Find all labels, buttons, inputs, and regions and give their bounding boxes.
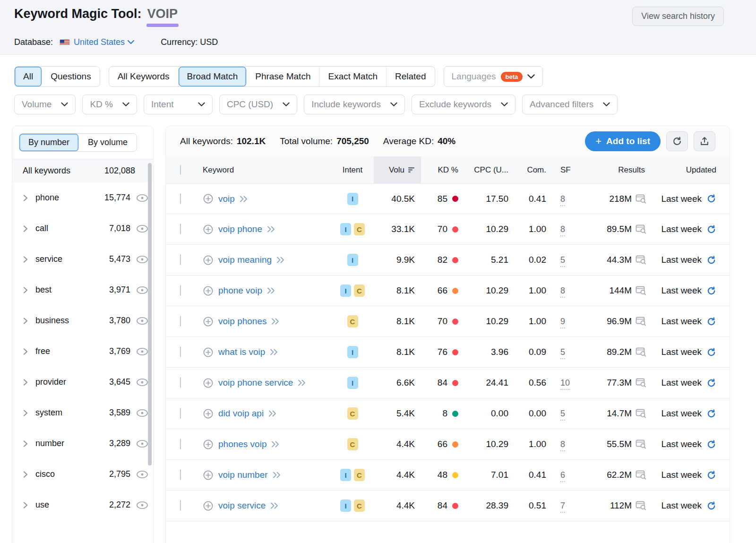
refresh-button[interactable] <box>666 131 688 151</box>
add-keyword-icon[interactable] <box>203 347 214 358</box>
tab-broad-match[interactable]: Broad Match <box>179 67 247 86</box>
serp-features-value[interactable]: 5 <box>560 409 565 421</box>
add-keyword-icon[interactable] <box>203 255 214 266</box>
refresh-keyword-icon[interactable] <box>706 378 716 388</box>
serp-features-value[interactable]: 7 <box>560 501 565 513</box>
add-keyword-icon[interactable] <box>203 470 214 481</box>
eye-icon[interactable] <box>136 286 148 294</box>
keyword-link[interactable]: voip number <box>218 470 268 480</box>
sidebar-scrollbar[interactable] <box>148 163 152 465</box>
sidebar-item-cisco[interactable]: cisco 2,795 <box>12 459 153 490</box>
row-checkbox[interactable] <box>180 469 181 480</box>
sidebar-item-number[interactable]: number 3,289 <box>12 428 153 459</box>
add-keyword-icon[interactable] <box>203 193 214 204</box>
serp-features-value[interactable]: 8 <box>560 224 565 236</box>
column-header-results[interactable]: Results <box>575 165 648 175</box>
column-header-serp-features[interactable]: SF <box>549 165 575 175</box>
row-checkbox[interactable] <box>180 439 181 449</box>
serp-preview-icon[interactable] <box>636 409 647 418</box>
toggle-by-number[interactable]: By number <box>19 134 79 151</box>
tab-questions[interactable]: Questions <box>42 67 100 86</box>
serp-preview-icon[interactable] <box>636 470 647 480</box>
keyword-link[interactable]: voip phone <box>218 224 262 234</box>
serp-preview-icon[interactable] <box>636 255 647 265</box>
tab-exact-match[interactable]: Exact Match <box>319 67 387 86</box>
filter-exclude-keywords[interactable]: Exclude keywords <box>412 95 515 114</box>
double-chevron-right-icon[interactable] <box>240 196 248 202</box>
tab-all[interactable]: All <box>15 67 42 86</box>
toggle-by-volume[interactable]: By volume <box>79 134 137 151</box>
double-chevron-right-icon[interactable] <box>276 257 284 263</box>
refresh-keyword-icon[interactable] <box>706 224 716 234</box>
languages-dropdown[interactable]: Languages beta <box>444 66 543 87</box>
add-keyword-icon[interactable] <box>203 439 214 450</box>
row-checkbox[interactable] <box>180 346 181 357</box>
row-checkbox[interactable] <box>180 193 181 204</box>
double-chevron-right-icon[interactable] <box>267 226 275 233</box>
sidebar-item-free[interactable]: free 3,769 <box>12 336 153 367</box>
serp-features-value[interactable]: 5 <box>560 255 565 267</box>
add-keyword-icon[interactable] <box>203 378 214 388</box>
refresh-keyword-icon[interactable] <box>706 470 716 480</box>
keyword-link[interactable]: voip meaning <box>218 255 272 265</box>
sidebar-item-service[interactable]: service 5,473 <box>12 244 153 275</box>
filter-include-keywords[interactable]: Include keywords <box>304 95 405 114</box>
serp-preview-icon[interactable] <box>636 317 647 326</box>
keyword-link[interactable]: phones voip <box>218 439 266 449</box>
database-selector[interactable]: United States <box>74 37 134 47</box>
add-keyword-icon[interactable] <box>203 285 214 296</box>
keyword-link[interactable]: voip phones <box>218 316 266 327</box>
select-all-checkbox[interactable] <box>180 165 181 175</box>
keyword-link[interactable]: voip phone service <box>218 378 293 388</box>
export-button[interactable] <box>694 131 715 151</box>
double-chevron-right-icon[interactable] <box>273 472 281 478</box>
double-chevron-right-icon[interactable] <box>298 379 306 386</box>
row-checkbox[interactable] <box>180 377 181 388</box>
refresh-keyword-icon[interactable] <box>706 501 716 511</box>
tab-related[interactable]: Related <box>387 67 435 86</box>
keyword-link[interactable]: voip <box>218 194 235 204</box>
filter-intent[interactable]: Intent <box>144 95 213 114</box>
add-keyword-icon[interactable] <box>203 500 214 511</box>
keyword-link[interactable]: did voip api <box>218 408 264 419</box>
filter-volume[interactable]: Volume <box>14 95 76 114</box>
double-chevron-right-icon[interactable] <box>267 287 275 294</box>
refresh-keyword-icon[interactable] <box>706 409 716 419</box>
refresh-keyword-icon[interactable] <box>706 194 716 204</box>
eye-icon[interactable] <box>136 255 148 264</box>
column-header-volume[interactable]: Volu <box>374 156 421 183</box>
eye-icon[interactable] <box>136 440 148 448</box>
refresh-keyword-icon[interactable] <box>706 286 716 296</box>
serp-preview-icon[interactable] <box>636 194 647 204</box>
row-checkbox[interactable] <box>180 224 181 234</box>
column-header-keyword[interactable]: Keyword <box>203 165 331 175</box>
serp-features-value[interactable]: 9 <box>560 317 565 328</box>
serp-preview-icon[interactable] <box>636 224 647 234</box>
serp-features-value[interactable]: 8 <box>560 440 565 451</box>
eye-icon[interactable] <box>136 317 148 325</box>
eye-icon[interactable] <box>136 409 148 417</box>
view-search-history-button[interactable]: View search history <box>632 7 724 26</box>
sidebar-item-all-keywords[interactable]: All keywords 102,088 <box>12 159 153 182</box>
column-header-cpc[interactable]: CPC (U... <box>461 165 513 175</box>
row-checkbox[interactable] <box>180 408 181 419</box>
refresh-keyword-icon[interactable] <box>706 440 716 449</box>
row-checkbox[interactable] <box>180 316 181 327</box>
sidebar-item-provider[interactable]: provider 3,645 <box>12 367 153 397</box>
serp-preview-icon[interactable] <box>636 501 647 510</box>
tab-phrase-match[interactable]: Phrase Match <box>247 67 319 86</box>
sidebar-item-system[interactable]: system 3,589 <box>12 397 153 428</box>
filter-kd-[interactable]: KD % <box>82 95 137 114</box>
serp-features-value[interactable]: 8 <box>560 286 565 298</box>
double-chevron-right-icon[interactable] <box>271 318 279 325</box>
tab-all-keywords[interactable]: All Keywords <box>109 67 179 86</box>
refresh-keyword-icon[interactable] <box>706 317 716 327</box>
serp-features-value[interactable]: 8 <box>560 194 565 206</box>
row-checkbox[interactable] <box>180 285 181 296</box>
eye-icon[interactable] <box>136 378 148 387</box>
row-checkbox[interactable] <box>180 254 181 265</box>
double-chevron-right-icon[interactable] <box>268 410 276 417</box>
serp-preview-icon[interactable] <box>636 347 647 357</box>
serp-features-value[interactable]: 6 <box>560 470 565 482</box>
keyword-link[interactable]: voip service <box>218 500 266 511</box>
